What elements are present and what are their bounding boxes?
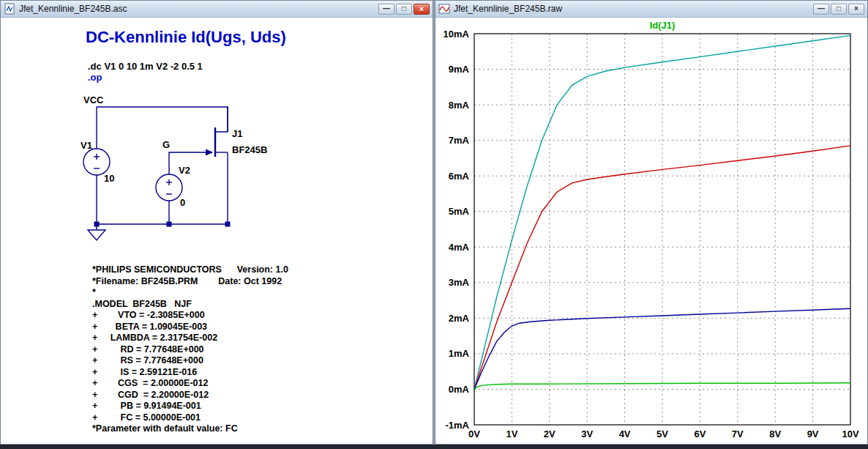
schematic-window[interactable]: Jfet_Kennlinie_BF245B.asc — □ × DC-Kennl… <box>0 0 433 445</box>
y-tick-label: 2mA <box>449 313 470 324</box>
y-tick-label: 10mA <box>444 29 470 40</box>
minimize-button[interactable]: — <box>378 4 394 15</box>
waveform-document-icon <box>438 3 450 15</box>
gate-label: G <box>162 139 170 150</box>
schematic-client-area[interactable]: DC-Kennlinie Id(Ugs, Uds) .dc V1 0 10 1m… <box>1 18 432 443</box>
y-tick-label: 9mA <box>449 64 470 75</box>
v1-label: V1 <box>81 140 92 151</box>
wire-gate[interactable] <box>169 152 212 174</box>
x-tick-label: 9V <box>807 428 819 439</box>
plot-border <box>474 34 850 425</box>
gate-arrow-icon <box>206 149 213 156</box>
y-tick-label: 7mA <box>449 135 470 146</box>
schematic-window-title: Jfet_Kennlinie_BF245B.asc <box>19 4 127 14</box>
close-button[interactable]: × <box>848 4 864 15</box>
schematic-wires <box>97 107 228 224</box>
v2-source[interactable] <box>156 174 182 201</box>
v2-value: 0 <box>180 197 185 208</box>
schematic-window-titlebar[interactable]: Jfet_Kennlinie_BF245B.asc — □ × <box>1 1 433 18</box>
x-tick-label: 10V <box>842 428 858 439</box>
spice-model-text: *PHILIPS SEMICONDUCTORS Version: 1.0 *Fi… <box>92 264 288 435</box>
trace-cyan <box>474 35 850 389</box>
x-tick-label: 4V <box>619 428 631 439</box>
v1-value: 10 <box>104 173 114 184</box>
x-tick-label: 8V <box>769 428 781 439</box>
close-button[interactable]: × <box>414 4 430 15</box>
jfet-symbol[interactable] <box>206 107 228 157</box>
maximize-button[interactable]: □ <box>831 4 847 15</box>
node-dot <box>225 222 231 227</box>
v2-label: V2 <box>179 165 190 176</box>
y-tick-label: 8mA <box>449 100 470 111</box>
wire-vcc-to-drain[interactable] <box>97 107 228 132</box>
waveform-window-title: Jfet_Kennlinie_BF245B.raw <box>454 4 562 14</box>
waveform-window[interactable]: Jfet_Kennlinie_BF245B.raw — □ × 0V1V2V3V… <box>435 0 868 445</box>
y-tick-label: 3mA <box>449 277 470 288</box>
y-tick-label: -1mA <box>445 420 469 431</box>
schematic-document-icon <box>4 3 15 15</box>
node-dot <box>94 222 100 227</box>
waveform-plot[interactable]: 0V1V2V3V4V5V6V7V8V9V10V-1mA0mA1mA2mA3mA4… <box>436 18 867 443</box>
minimize-button[interactable]: — <box>813 4 829 15</box>
x-tick-label: 6V <box>694 428 706 439</box>
x-tick-label: 0V <box>468 428 480 439</box>
y-tick-label: 5mA <box>449 206 470 217</box>
node-dot <box>167 222 172 227</box>
jfet-model-label: BF245B <box>232 144 267 155</box>
jfet-ref-label: J1 <box>232 128 242 139</box>
y-tick-label: 4mA <box>449 242 470 253</box>
x-tick-label: 1V <box>506 428 517 439</box>
y-tick-label: 1mA <box>449 348 470 359</box>
plot-trace-title[interactable]: Id(J1) <box>650 20 676 31</box>
x-tick-label: 3V <box>581 428 593 439</box>
vcc-label: VCC <box>83 94 104 105</box>
y-tick-label: 6mA <box>449 171 470 182</box>
x-tick-label: 7V <box>732 428 744 439</box>
x-tick-label: 5V <box>656 428 668 439</box>
waveform-window-titlebar[interactable]: Jfet_Kennlinie_BF245B.raw — □ × <box>435 1 867 18</box>
waveform-client-area[interactable]: 0V1V2V3V4V5V6V7V8V9V10V-1mA0mA1mA2mA3mA4… <box>436 18 867 443</box>
x-tick-label: 2V <box>544 428 555 439</box>
maximize-button[interactable]: □ <box>396 4 412 15</box>
mdi-background-strip <box>0 445 868 449</box>
y-tick-label: 0mA <box>449 384 470 395</box>
v1-source[interactable] <box>83 149 110 175</box>
